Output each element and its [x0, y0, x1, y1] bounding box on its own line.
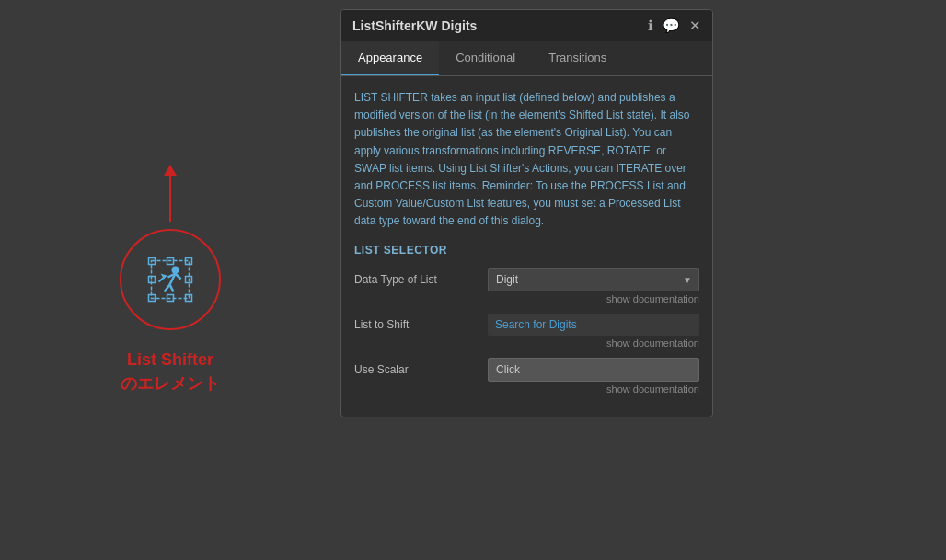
field-use-scalar: Use Scalar Click show documentation	[354, 358, 699, 394]
tabs-container: Appearance Conditional Transitions	[341, 41, 712, 76]
svg-rect-0	[152, 261, 190, 299]
element-circle	[120, 229, 221, 330]
section-header: LIST SELECTOR	[354, 244, 699, 257]
field-use-scalar-control: Click	[488, 358, 699, 382]
field-list-to-shift-control: Search for Digits	[488, 314, 699, 336]
field-data-type-label: Data Type of List	[354, 273, 488, 286]
select-wrapper-data-type: Digit	[488, 268, 699, 291]
annotation-area: List Shifter のエレメント	[0, 0, 340, 560]
list-shifter-icon	[141, 250, 201, 310]
dialog-title: ListShifterKW Digits	[352, 18, 477, 33]
arrow-head-icon	[164, 165, 177, 176]
dialog-content: LIST SHIFTER takes an input list (define…	[341, 76, 712, 417]
tab-appearance[interactable]: Appearance	[341, 41, 439, 75]
field-use-scalar-label: Use Scalar	[354, 363, 488, 376]
field-list-to-shift: List to Shift Search for Digits show doc…	[354, 314, 699, 349]
use-scalar-button[interactable]: Click	[488, 358, 699, 382]
description-text: LIST SHIFTER takes an input list (define…	[354, 89, 699, 231]
svg-line-13	[176, 274, 181, 280]
arrow-up	[164, 165, 177, 222]
data-type-select[interactable]: Digit	[488, 268, 699, 291]
field-data-type: Data Type of List Digit show documentati…	[354, 268, 699, 304]
show-doc-use-scalar[interactable]: show documentation	[354, 383, 699, 394]
title-icons: ℹ 💬 ✕	[648, 17, 701, 34]
close-icon[interactable]: ✕	[689, 17, 701, 34]
annotation-label: List Shifter のエレメント	[121, 349, 220, 394]
show-doc-data-type[interactable]: show documentation	[354, 293, 699, 304]
tab-conditional[interactable]: Conditional	[439, 41, 532, 75]
info-icon[interactable]: ℹ	[648, 17, 653, 34]
dialog-panel: ListShifterKW Digits ℹ 💬 ✕ Appearance Co…	[340, 9, 713, 417]
list-to-shift-link[interactable]: Search for Digits	[488, 314, 699, 336]
svg-line-11	[165, 285, 170, 292]
svg-line-12	[170, 285, 174, 292]
svg-point-9	[172, 267, 179, 274]
tab-transitions[interactable]: Transitions	[532, 41, 623, 75]
chat-icon[interactable]: 💬	[663, 17, 680, 34]
title-bar: ListShifterKW Digits ℹ 💬 ✕	[341, 10, 712, 41]
arrow-line	[169, 176, 171, 222]
field-data-type-control: Digit	[488, 268, 699, 291]
show-doc-list-shift[interactable]: show documentation	[354, 337, 699, 349]
field-list-to-shift-label: List to Shift	[354, 318, 488, 331]
